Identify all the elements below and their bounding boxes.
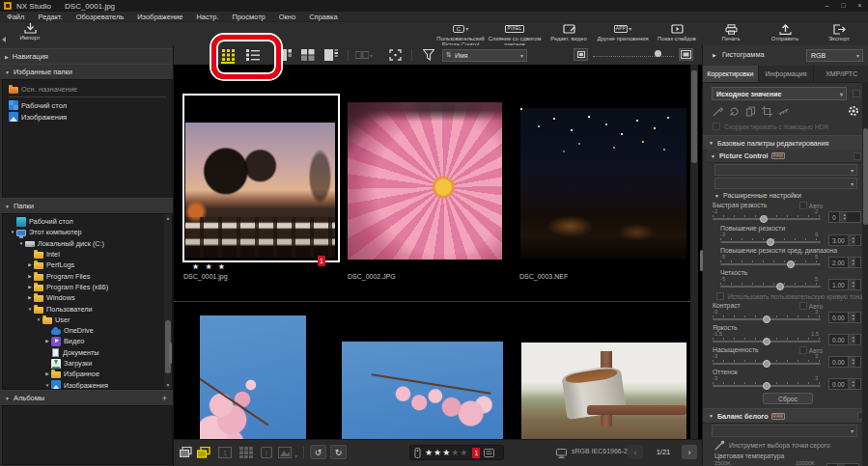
picture-control-sub-dropdown[interactable]: ▾: [714, 178, 857, 189]
picture-control-header[interactable]: ▼ Picture Control RAW: [707, 150, 865, 163]
tree-item-perflogs[interactable]: ▶ PerfLogs: [3, 260, 172, 270]
tree-item-downloads[interactable]: Загрузки: [3, 358, 172, 369]
star-icon[interactable]: ★: [434, 448, 441, 457]
pixel-shift-merge-button[interactable]: PIXEL Слияние со сдвигом пикселя: [488, 23, 542, 47]
fit-to-screen-button[interactable]: [386, 48, 404, 62]
thumbnail-image-dsc-0003[interactable]: [520, 108, 686, 260]
menu-view[interactable]: Просмотр: [225, 13, 271, 21]
add-album-button[interactable]: +: [162, 394, 167, 403]
expand-arrow-icon[interactable]: ▼: [9, 230, 16, 234]
favorite-item-pictures[interactable]: Изображения: [3, 111, 172, 123]
menu-edit[interactable]: Редакт.: [31, 13, 69, 21]
star-icon[interactable]: ★: [425, 448, 433, 457]
folders-section-header[interactable]: ▼ Папки: [0, 198, 173, 214]
tab-info[interactable]: Информация: [759, 66, 815, 82]
slideshow-button[interactable]: Показ слайдов: [650, 23, 704, 41]
slider-value-box[interactable]: 2.00 ▲▼: [828, 257, 861, 268]
expand-arrow-icon[interactable]: ▼: [17, 241, 25, 246]
white-balance-dropdown[interactable]: ▾: [712, 425, 857, 437]
send-button[interactable]: Отправить: [758, 23, 812, 41]
tree-item-user[interactable]: ▼ User: [3, 315, 172, 325]
picture-control-dropdown[interactable]: ▾: [714, 164, 857, 176]
preset-dropdown[interactable]: Исходное значение ▾: [712, 87, 847, 100]
paste-adjustments-icon[interactable]: [745, 106, 756, 117]
compare-images-button[interactable]: ▾: [355, 48, 373, 62]
hdr-checkbox[interactable]: [713, 123, 720, 130]
undo-button[interactable]: ↺: [310, 445, 326, 459]
slider-value-box[interactable]: 0.00 ▲▼: [828, 312, 861, 323]
single-thumbnail-icon[interactable]: 1: [218, 447, 232, 459]
tree-item-program-files[interactable]: ▶ Program Files: [3, 270, 172, 281]
albums-section-header[interactable]: ▼ Альбомы +: [0, 390, 173, 406]
slider-track[interactable]: [713, 218, 821, 220]
tree-item-this-pc[interactable]: ▼ Этот компьютер: [3, 227, 172, 237]
slider-value-box[interactable]: 0.00 ▲▼: [828, 356, 861, 368]
retouch-brush-icon[interactable]: [713, 106, 723, 117]
thumbnail-image-dsc-0001[interactable]: [185, 123, 335, 258]
star-icon[interactable]: ★: [451, 448, 459, 457]
expand-arrow-icon[interactable]: ▶: [26, 295, 34, 300]
slider-thumb[interactable]: [655, 50, 661, 57]
white-balance-section-header[interactable]: ▼ Баланс белого RAW: [703, 408, 868, 424]
crop-icon[interactable]: [762, 106, 772, 117]
slider-thumb[interactable]: [763, 360, 770, 368]
close-button[interactable]: ×: [852, 0, 868, 12]
expand-arrow-icon[interactable]: ▶: [26, 285, 34, 289]
slider-value-box[interactable]: 1.00 ▲▼: [828, 279, 861, 290]
thumbnail-smaller-button[interactable]: [574, 48, 588, 61]
gray-point-tool-row[interactable]: Инструмент выбора точки серого: [714, 440, 830, 451]
slider-value-box[interactable]: 0.00 ▲▼: [828, 334, 861, 345]
thumbnail-rating[interactable]: ★ ★ ★: [192, 262, 227, 271]
show-raw-jpeg-pairs-icon[interactable]: [197, 447, 210, 459]
multi-thumbnail-icon[interactable]: [239, 447, 253, 459]
expand-arrow-icon[interactable]: ▶: [26, 274, 34, 279]
filter-button[interactable]: [420, 48, 437, 62]
protect-icon[interactable]: [414, 448, 421, 458]
scroll-down-icon[interactable]: ▼: [164, 382, 172, 388]
collapse-toolbar-icon[interactable]: [2, 37, 6, 42]
preview-histogram-icon[interactable]: ▾: [278, 447, 297, 459]
sort-dropdown[interactable]: ⇅ Имя ▾: [442, 49, 527, 62]
expand-arrow-icon[interactable]: ▼: [26, 307, 34, 312]
other-apps-button[interactable]: APP▾ Другие приложения: [596, 23, 650, 41]
tree-item-onedrive[interactable]: OneDrive: [3, 325, 172, 336]
next-image-button[interactable]: ›: [682, 445, 697, 459]
menu-image[interactable]: Изображение: [130, 13, 189, 21]
slider-track[interactable]: [720, 241, 821, 243]
copy-adjustments-icon[interactable]: [729, 106, 740, 117]
slider-thumb[interactable]: [787, 260, 795, 268]
picture-control-checkbox[interactable]: [854, 152, 861, 160]
thumbnail-image-cherry-landscape[interactable]: [342, 342, 503, 439]
custom-tone-curve-row[interactable]: Использовать пользовательскую кривую тон…: [716, 292, 863, 300]
slider-value-box[interactable]: 0 ▲▼: [828, 211, 861, 223]
spinner-buttons[interactable]: ▲▼: [839, 212, 847, 222]
tree-item-desktop[interactable]: Рабочий стол: [3, 216, 172, 227]
menu-help[interactable]: Справка: [302, 13, 344, 21]
spinner-buttons[interactable]: ▲▼: [848, 280, 855, 289]
tree-item-documents[interactable]: Документы: [3, 347, 172, 358]
tree-item-program-files-x86[interactable]: ▶ Program Files (x86): [3, 282, 172, 292]
grid-scrollbar[interactable]: [690, 65, 698, 439]
import-button[interactable]: Импорт: [14, 23, 46, 41]
slider-track[interactable]: [720, 286, 821, 288]
menu-settings[interactable]: Настр.: [189, 13, 225, 21]
slider-value-box[interactable]: 0.00 ▲▼: [828, 378, 861, 390]
export-button[interactable]: Экспорт: [812, 23, 866, 41]
expand-arrow-icon[interactable]: ▶: [43, 339, 51, 343]
image-info-view-button[interactable]: [322, 48, 340, 62]
scroll-up-icon[interactable]: ▲: [164, 215, 172, 221]
menu-browser[interactable]: Обозреватель: [70, 13, 130, 21]
thumbnail-image-dsc-0002[interactable]: [348, 102, 502, 260]
redo-button[interactable]: ↻: [330, 445, 347, 459]
sidebar-resize-grip[interactable]: [169, 343, 172, 364]
star-icon[interactable]: ★: [442, 448, 450, 457]
slider-thumb[interactable]: [767, 238, 774, 246]
slider-track[interactable]: [720, 263, 821, 265]
base-palettes-section-header[interactable]: ▼ Базовые палитры редактирования: [703, 135, 868, 151]
reset-button[interactable]: Сброс: [763, 393, 813, 404]
slider-thumb[interactable]: [763, 338, 770, 345]
print-button[interactable]: Печать: [704, 23, 758, 41]
spinner-buttons[interactable]: ▲▼: [848, 379, 855, 389]
tree-item-favorites[interactable]: ▶ Избранное: [3, 369, 172, 379]
star-icon[interactable]: ★: [460, 448, 467, 457]
